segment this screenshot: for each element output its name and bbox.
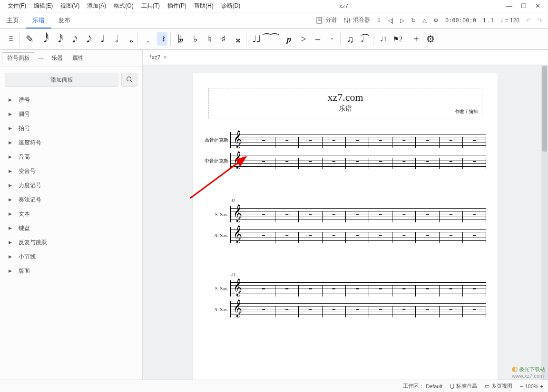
rest-button[interactable]: 𝄽 — [157, 32, 167, 46]
flat[interactable]: ♭ — [190, 32, 200, 46]
measure[interactable] — [416, 137, 439, 148]
measure[interactable] — [440, 306, 463, 317]
score-composer[interactable]: 作曲 / 编排 — [455, 108, 478, 115]
staccato[interactable]: · — [327, 32, 337, 46]
palette-item-clefs[interactable]: ▶谱号 — [0, 93, 142, 107]
measure[interactable] — [275, 232, 299, 243]
double-flat[interactable]: 𝄫 — [176, 32, 186, 46]
measure[interactable] — [252, 285, 275, 296]
measure[interactable] — [416, 285, 439, 296]
note-8th[interactable]: 𝅘𝅥𝅮 — [81, 32, 92, 46]
menu-help[interactable]: 帮助(H) — [190, 2, 217, 10]
loop-button[interactable]: ↻ — [411, 17, 416, 24]
measure[interactable] — [252, 306, 275, 317]
score-subtitle[interactable]: 乐谱 — [213, 105, 478, 113]
voice-1[interactable]: ♩1 — [378, 32, 389, 46]
measure[interactable] — [369, 211, 392, 222]
measure[interactable] — [346, 211, 369, 222]
title-frame[interactable]: xz7.com 乐谱 作曲 / 编排 — [208, 88, 482, 118]
tenuto[interactable]: – — [313, 32, 323, 46]
parts-button[interactable]: 分谱 — [316, 16, 337, 24]
measure[interactable] — [369, 137, 392, 148]
toolbar-settings-icon[interactable]: ⚙ — [425, 32, 436, 46]
measure[interactable] — [323, 306, 346, 317]
concert-pitch-toggle[interactable]: ⋃ 标准音高 — [450, 382, 477, 390]
measure[interactable] — [323, 158, 346, 169]
score-title[interactable]: xz7.com — [213, 91, 478, 104]
panel-tab-properties[interactable]: 属性 — [68, 52, 88, 65]
measure[interactable] — [463, 285, 486, 296]
accent[interactable]: > — [298, 32, 309, 46]
measure[interactable] — [275, 137, 299, 148]
tab-home[interactable]: 主页 — [0, 12, 26, 28]
palette-item-text[interactable]: ▶文本 — [0, 207, 142, 221]
panel-tab-palettes[interactable]: 符号面板 — [2, 52, 35, 65]
score-canvas[interactable]: xz7.com 乐谱 作曲 / 编排 高音萨克斯中音萨克斯11S. Sax.A.… — [143, 65, 548, 380]
measure[interactable] — [369, 285, 392, 296]
staff[interactable] — [230, 301, 486, 317]
view-mode-selector[interactable]: ▭ 多页视图 — [485, 382, 512, 390]
measure[interactable] — [392, 158, 416, 169]
measure[interactable] — [369, 306, 392, 317]
drag-handle-icon[interactable]: ⠿ — [377, 17, 381, 24]
voice-2[interactable]: ⚑2 — [392, 32, 403, 46]
measure[interactable] — [392, 232, 416, 243]
rewind-button[interactable]: ◁| — [388, 17, 393, 24]
note-16th[interactable]: 𝅘𝅥𝅯 — [67, 32, 78, 46]
measure[interactable] — [440, 232, 463, 243]
measure[interactable] — [252, 158, 275, 169]
scrollbar-thumb[interactable] — [542, 66, 547, 152]
metronome-button[interactable]: △ — [422, 17, 427, 24]
measure[interactable] — [392, 211, 416, 222]
measure[interactable] — [416, 211, 439, 222]
tuplet[interactable]: ♫ — [345, 32, 356, 46]
measure[interactable] — [275, 285, 299, 296]
measure[interactable] — [416, 306, 439, 317]
palette-item-layout[interactable]: ▶版面 — [0, 264, 142, 278]
palette-item-accidentals[interactable]: ▶变音号 — [0, 164, 142, 178]
measure[interactable] — [392, 306, 416, 317]
measure[interactable] — [369, 232, 392, 243]
redo-button[interactable]: ↷ — [538, 17, 542, 24]
marcato[interactable]: 𝆏 — [284, 32, 294, 46]
measure[interactable] — [369, 158, 392, 169]
note-half[interactable]: 𝅗𝅥 — [110, 32, 120, 46]
measure[interactable] — [299, 306, 322, 317]
slur-button[interactable]: ⁀⁀ — [265, 32, 276, 46]
add-palette-button[interactable]: 添加面板 — [5, 73, 118, 87]
flip-stem[interactable]: 𝅗𝅥⁀ — [360, 32, 370, 46]
palette-item-articulations[interactable]: ▶奏法记号 — [0, 192, 142, 207]
measure[interactable] — [323, 285, 346, 296]
undo-button[interactable]: ↶ — [526, 17, 531, 24]
note-whole[interactable]: 𝅝 — [124, 32, 135, 46]
palette-item-dynamics[interactable]: ▶力度记号 — [0, 178, 142, 192]
tab-publish[interactable]: 发布 — [51, 12, 77, 28]
measure[interactable] — [463, 158, 486, 169]
measure[interactable] — [346, 232, 369, 243]
palette-item-tempo[interactable]: ▶速度符号 — [0, 135, 142, 150]
measure[interactable] — [299, 285, 322, 296]
note-32nd[interactable]: 𝅘𝅥𝅰 — [53, 32, 63, 46]
close-icon[interactable]: × — [163, 54, 167, 61]
play-button[interactable]: ▷ — [400, 17, 404, 24]
zoom-in-icon[interactable]: + — [540, 383, 543, 389]
measure[interactable] — [299, 232, 322, 243]
measure[interactable] — [463, 232, 486, 243]
palette-item-repeats[interactable]: ▶反复与跳跃 — [0, 235, 142, 249]
measure[interactable] — [323, 232, 346, 243]
tie-button[interactable]: ♩♩ — [251, 32, 262, 46]
measure[interactable] — [275, 211, 299, 222]
dot-button[interactable]: . — [143, 32, 153, 46]
measure[interactable] — [346, 137, 369, 148]
natural[interactable]: ♮ — [204, 32, 215, 46]
menu-view[interactable]: 视图(V) — [57, 2, 83, 10]
measure[interactable] — [346, 306, 369, 317]
doc-tab[interactable]: *xz7 × — [147, 52, 170, 63]
menu-edit[interactable]: 编辑(E) — [30, 2, 57, 10]
double-sharp[interactable]: 𝄪 — [233, 32, 243, 46]
menu-diagnostic[interactable]: 诊断(D) — [217, 2, 245, 10]
measure[interactable] — [299, 137, 322, 148]
measure[interactable] — [323, 137, 346, 148]
measure[interactable] — [463, 211, 486, 222]
staff[interactable] — [230, 206, 486, 222]
